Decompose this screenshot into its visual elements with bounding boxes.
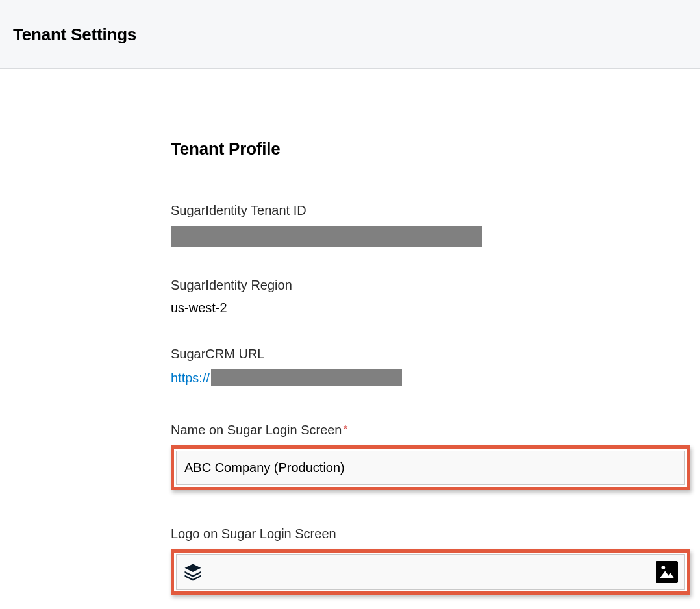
page-title: Tenant Settings bbox=[13, 25, 700, 45]
login-name-label: Name on Sugar Login Screen* bbox=[171, 423, 688, 438]
login-name-field: Name on Sugar Login Screen* bbox=[171, 423, 688, 490]
tenant-id-field: SugarIdentity Tenant ID bbox=[171, 203, 688, 247]
login-logo-field: Logo on Sugar Login Screen bbox=[171, 527, 688, 595]
login-name-input[interactable] bbox=[176, 451, 685, 485]
login-name-label-text: Name on Sugar Login Screen bbox=[171, 423, 342, 437]
login-name-highlight bbox=[171, 445, 690, 490]
tenant-id-label: SugarIdentity Tenant ID bbox=[171, 203, 688, 218]
crm-url-prefix[interactable]: https:// bbox=[171, 371, 210, 386]
crm-url-field: SugarCRM URL https:// bbox=[171, 347, 688, 386]
crm-url-label: SugarCRM URL bbox=[171, 347, 688, 362]
tenant-id-value-redacted bbox=[171, 226, 482, 247]
crm-url-value: https:// bbox=[171, 369, 688, 386]
region-label: SugarIdentity Region bbox=[171, 278, 688, 293]
page-header: Tenant Settings bbox=[0, 0, 700, 69]
layers-icon bbox=[183, 562, 203, 582]
required-asterisk: * bbox=[344, 423, 348, 436]
region-value: us-west-2 bbox=[171, 301, 688, 316]
image-icon bbox=[656, 561, 678, 583]
svg-rect-0 bbox=[656, 561, 678, 583]
region-field: SugarIdentity Region us-west-2 bbox=[171, 278, 688, 316]
svg-point-2 bbox=[662, 566, 666, 569]
login-logo-highlight bbox=[171, 549, 690, 595]
login-logo-label: Logo on Sugar Login Screen bbox=[171, 527, 688, 541]
crm-url-host-redacted bbox=[211, 369, 402, 386]
login-logo-input[interactable] bbox=[176, 554, 685, 590]
tenant-profile-section: Tenant Profile SugarIdentity Tenant ID S… bbox=[0, 69, 688, 595]
section-title: Tenant Profile bbox=[171, 139, 688, 159]
